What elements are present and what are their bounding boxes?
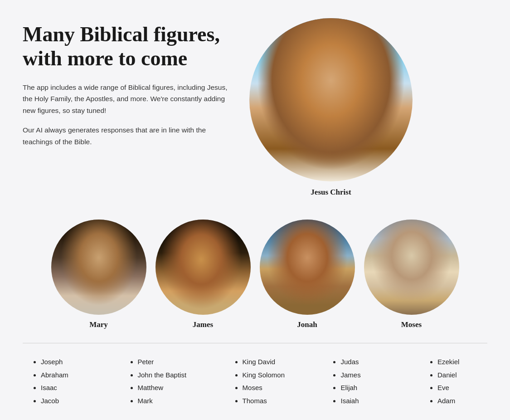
- jesus-name-label: Jesus Christ: [311, 188, 351, 197]
- figure-item-mary: Mary: [51, 220, 146, 329]
- name-item: Moses: [243, 383, 285, 393]
- moses-portrait-image: [364, 220, 459, 315]
- figure-item-james: James: [155, 220, 251, 329]
- name-item: Daniel: [437, 370, 478, 381]
- name-item: Ezekiel: [437, 357, 478, 367]
- name-item: James: [340, 370, 381, 381]
- moses-name-label: Moses: [401, 320, 422, 329]
- figure-item-moses: Moses: [364, 220, 459, 329]
- names-grid: Joseph Abraham Isaac Jacob Peter John th…: [23, 357, 487, 409]
- name-item: Eve: [437, 383, 478, 393]
- james-portrait-image: [155, 220, 251, 315]
- mary-portrait-circle: [51, 220, 146, 315]
- names-column-5: Ezekiel Daniel Eve Adam: [428, 357, 478, 409]
- name-item: John the Baptist: [138, 370, 187, 381]
- james-portrait-circle: [155, 220, 251, 315]
- name-item: Judas: [340, 357, 381, 367]
- jesus-portrait-circle: [249, 18, 413, 181]
- mary-portrait-image: [51, 220, 146, 315]
- name-item: King Solomon: [243, 370, 285, 381]
- jonah-portrait-circle: [260, 220, 355, 315]
- name-item: King David: [243, 357, 285, 367]
- left-column: Many Biblical figures, with more to come…: [23, 18, 231, 156]
- secondary-figures-row: Mary James Jonah Moses: [23, 220, 487, 329]
- jesus-portrait-image: [249, 18, 413, 181]
- name-item: Matthew: [138, 383, 187, 393]
- description-1: The app includes a wide range of Biblica…: [23, 82, 231, 117]
- page-title: Many Biblical figures, with more to come: [23, 23, 231, 71]
- name-item: Adam: [437, 396, 478, 406]
- mary-name-label: Mary: [89, 320, 108, 329]
- names-column-1: Joseph Abraham Isaac Jacob: [32, 357, 82, 409]
- jonah-portrait-image: [260, 220, 355, 315]
- description-2: Our AI always generates responses that a…: [23, 124, 231, 147]
- name-item: Elijah: [340, 383, 381, 393]
- moses-portrait-circle: [364, 220, 459, 315]
- jonah-name-label: Jonah: [297, 320, 317, 329]
- name-item: Abraham: [41, 370, 82, 381]
- name-item: Isaiah: [340, 396, 381, 406]
- name-item: Isaac: [41, 383, 82, 393]
- name-item: Joseph: [41, 357, 82, 367]
- name-item: Peter: [138, 357, 187, 367]
- featured-figure-section: Jesus Christ: [249, 18, 413, 197]
- figure-item-jonah: Jonah: [260, 220, 355, 329]
- name-item: Jacob: [41, 396, 82, 406]
- names-column-3: King David King Solomon Moses Thomas: [233, 357, 285, 409]
- top-divider: [23, 343, 487, 343]
- names-column-4: Judas James Elijah Isaiah: [331, 357, 381, 409]
- james-name-label: James: [193, 320, 213, 329]
- name-item: Mark: [138, 396, 187, 406]
- names-column-2: Peter John the Baptist Matthew Mark: [129, 357, 187, 409]
- name-item: Thomas: [243, 396, 285, 406]
